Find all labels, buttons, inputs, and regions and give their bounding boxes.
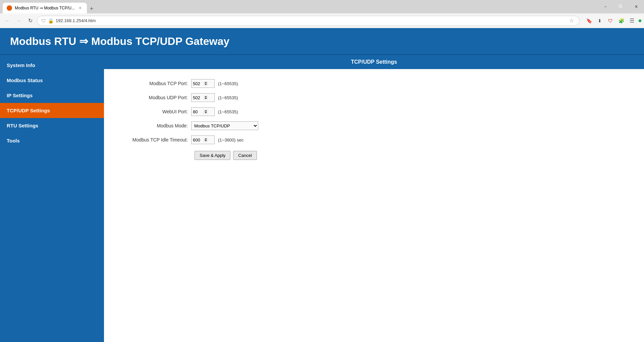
- modbus-udp-port-input-wrap: [191, 93, 215, 102]
- page-title: Modbus RTU ⇒ Modbus TCP/UDP Gateway: [10, 35, 634, 48]
- sidebar-item-system-info[interactable]: System Info: [0, 58, 104, 73]
- modbus-tcp-idle-timeout-input[interactable]: [191, 135, 215, 144]
- browser-window: Modbus RTU ⇒ Modbus TCP/U... × + − ⬜ ✕ ←…: [0, 0, 644, 342]
- modbus-udp-port-label: Modbus UDP Port:: [117, 95, 191, 100]
- forward-button[interactable]: →: [14, 16, 23, 25]
- webui-port-row: WebUI Port: (1~65535): [117, 107, 631, 116]
- window-controls: − ⬜ ✕: [598, 0, 644, 13]
- page-content: Modbus RTU ⇒ Modbus TCP/UDP Gateway Syst…: [0, 28, 644, 342]
- security-icon: 🛡: [41, 18, 46, 23]
- browser-actions: 🔖 ⬇ 🛡 🧩 ☰: [584, 16, 641, 25]
- main-layout: System Info Modbus Status IP Settings TC…: [0, 55, 644, 342]
- section-header: TCP/UDP Settings: [104, 55, 644, 69]
- modbus-udp-port-row: Modbus UDP Port: (1~65535): [117, 93, 631, 102]
- bookmark-icon[interactable]: ☆: [569, 17, 574, 24]
- main-content-area: TCP/UDP Settings Modbus TCP Port: (1~655…: [104, 55, 644, 342]
- sidebar: System Info Modbus Status IP Settings TC…: [0, 55, 104, 342]
- tab-title: Modbus RTU ⇒ Modbus TCP/U...: [15, 6, 75, 10]
- minimize-button[interactable]: −: [598, 0, 613, 13]
- modbus-tcp-idle-timeout-hint: (1~3600) sec: [218, 137, 244, 142]
- modbus-udp-port-input[interactable]: [191, 93, 215, 102]
- modbus-tcp-port-row: Modbus TCP Port: (1~65535): [117, 79, 631, 88]
- webui-port-hint: (1~65535): [218, 109, 238, 114]
- webui-port-input[interactable]: [191, 107, 215, 116]
- extension-icon[interactable]: 🛡: [606, 16, 615, 25]
- modbus-mode-select[interactable]: Modbus TCP/UDP Modbus TCP Modbus UDP: [191, 121, 258, 130]
- cancel-button[interactable]: Cancel: [233, 151, 257, 160]
- new-tab-button[interactable]: +: [87, 4, 96, 13]
- modbus-tcp-idle-timeout-row: Modbus TCP Idle Timeout: (1~3600) sec: [117, 135, 631, 144]
- back-button[interactable]: ←: [3, 16, 12, 25]
- reload-button[interactable]: ↻: [25, 16, 35, 25]
- modbus-tcp-idle-timeout-label: Modbus TCP Idle Timeout:: [117, 137, 191, 142]
- form-area: Modbus TCP Port: (1~65535) Modbus UDP Po…: [104, 69, 644, 170]
- tab-close-button[interactable]: ×: [77, 5, 83, 11]
- sidebar-item-rtu-settings[interactable]: RTU Settings: [0, 118, 104, 133]
- modbus-mode-row: Modbus Mode: Modbus TCP/UDP Modbus TCP M…: [117, 121, 631, 130]
- button-row: Save & Apply Cancel: [117, 151, 631, 160]
- sidebar-item-ip-settings[interactable]: IP Settings: [0, 88, 104, 103]
- lock-icon: 🔒: [48, 18, 54, 23]
- modbus-tcp-port-input[interactable]: [191, 79, 215, 88]
- sidebar-item-modbus-status[interactable]: Modbus Status: [0, 73, 104, 88]
- sidebar-item-tools[interactable]: Tools: [0, 133, 104, 148]
- modbus-tcp-port-hint: (1~65535): [218, 81, 238, 86]
- save-apply-button[interactable]: Save & Apply: [195, 151, 230, 160]
- modbus-mode-label: Modbus Mode:: [117, 123, 191, 128]
- webui-port-input-wrap: [191, 107, 215, 116]
- tab-favicon: [7, 5, 12, 11]
- pocket-icon[interactable]: 🔖: [584, 16, 594, 25]
- browser-tab[interactable]: Modbus RTU ⇒ Modbus TCP/U... ×: [3, 3, 87, 13]
- address-bar[interactable]: 🛡 🔒 192.168.1.254/4.htm ☆: [37, 16, 580, 26]
- download-icon[interactable]: ⬇: [595, 16, 604, 25]
- sidebar-item-tcp-udp-settings[interactable]: TCP/UDP Settings: [0, 103, 104, 118]
- browser-toolbar: ← → ↻ 🛡 🔒 192.168.1.254/4.htm ☆ 🔖 ⬇ 🛡 🧩 …: [0, 13, 644, 28]
- url-text[interactable]: 192.168.1.254/4.htm: [56, 18, 96, 23]
- modbus-tcp-port-label: Modbus TCP Port:: [117, 81, 191, 86]
- modbus-tcp-idle-timeout-input-wrap: [191, 135, 215, 144]
- modbus-udp-port-hint: (1~65535): [218, 95, 238, 100]
- webui-port-label: WebUI Port:: [117, 109, 191, 114]
- page-header: Modbus RTU ⇒ Modbus TCP/UDP Gateway: [0, 28, 644, 55]
- maximize-button[interactable]: ⬜: [613, 0, 629, 13]
- address-bar-icons: ☆: [569, 17, 575, 24]
- modbus-tcp-port-input-wrap: [191, 79, 215, 88]
- status-indicator: [639, 19, 641, 22]
- menu-icon[interactable]: ☰: [627, 16, 637, 25]
- close-button[interactable]: ✕: [629, 0, 644, 13]
- extensions-icon[interactable]: 🧩: [616, 16, 626, 25]
